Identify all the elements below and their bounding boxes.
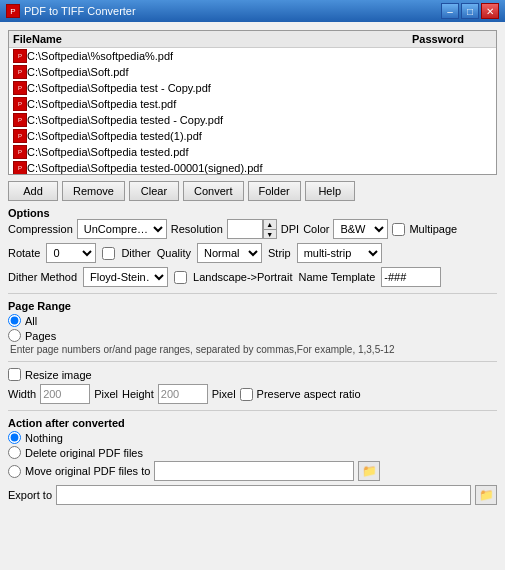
dither-label: Dither (121, 247, 150, 259)
resize-checkbox[interactable] (8, 368, 21, 381)
table-row[interactable]: PC:\Softpedia\%softpedia%.pdf (9, 48, 496, 64)
file-rows-container: PC:\Softpedia\%softpedia%.pdfPC:\Softped… (9, 48, 496, 175)
table-row[interactable]: PC:\Softpedia\Softpedia tested(1).pdf (9, 128, 496, 144)
landscape-label: Landscape->Portrait (193, 271, 292, 283)
quality-label: Quality (157, 247, 191, 259)
pdf-icon: P (13, 49, 27, 63)
name-template-input[interactable] (381, 267, 441, 287)
title-buttons: – □ ✕ (441, 3, 499, 19)
dither-method-select[interactable]: Floyd-Stein… Ordered Halftone (83, 267, 168, 287)
dpi-label: DPI (281, 223, 299, 235)
table-row[interactable]: PC:\Softpedia\Softpedia test - Copy.pdf (9, 80, 496, 96)
delete-radio-row: Delete original PDF files (8, 446, 497, 459)
export-input[interactable] (56, 485, 471, 505)
pdf-icon: P (13, 145, 27, 159)
all-radio-row: All (8, 314, 497, 327)
nothing-label: Nothing (25, 432, 63, 444)
pdf-icon: P (13, 65, 27, 79)
height-input[interactable] (158, 384, 208, 404)
options-row-2: Rotate 0 90 180 270 Dither Quality Low N… (8, 243, 497, 263)
page-range-hint: Enter page numbers or/and page ranges, s… (10, 344, 497, 355)
move-path-input[interactable] (154, 461, 354, 481)
all-label: All (25, 315, 37, 327)
move-radio[interactable] (8, 465, 21, 478)
compression-select[interactable]: UnCompre… LZW CCITT JPEG PackBits (77, 219, 167, 239)
password-column-header: Password (412, 33, 492, 45)
nothing-radio[interactable] (8, 431, 21, 444)
color-label: Color (303, 223, 329, 235)
file-path: C:\Softpedia\Softpedia tested - Copy.pdf (27, 114, 492, 126)
dither-checkbox[interactable] (102, 247, 115, 260)
delete-radio[interactable] (8, 446, 21, 459)
width-input[interactable] (40, 384, 90, 404)
rotate-select[interactable]: 0 90 180 270 (46, 243, 96, 263)
all-radio[interactable] (8, 314, 21, 327)
file-path: C:\Softpedia\Softpedia tested.pdf (27, 146, 492, 158)
pdf-icon: P (13, 81, 27, 95)
pages-radio[interactable] (8, 329, 21, 342)
move-radio-row: Move original PDF files to 📁 (8, 461, 497, 481)
export-label: Export to (8, 489, 52, 501)
file-path: C:\Softpedia\Softpedia test - Copy.pdf (27, 82, 492, 94)
resolution-label: Resolution (171, 223, 223, 235)
options-label: Options (8, 207, 50, 219)
move-folder-button[interactable]: 📁 (358, 461, 380, 481)
file-path: C:\Softpedia\Soft.pdf (27, 66, 492, 78)
help-button[interactable]: Help (305, 181, 355, 201)
minimize-button[interactable]: – (441, 3, 459, 19)
quality-select[interactable]: Low Normal High (197, 243, 262, 263)
pixel-label-1: Pixel (94, 388, 118, 400)
multipage-checkbox[interactable] (392, 223, 405, 236)
table-row[interactable]: PC:\Softpedia\Soft.pdf (9, 64, 496, 80)
dither-method-label: Dither Method (8, 271, 77, 283)
resize-label: Resize image (25, 369, 92, 381)
close-button[interactable]: ✕ (481, 3, 499, 19)
table-row[interactable]: PC:\Softpedia\Softpedia tested.pdf (9, 144, 496, 160)
table-row[interactable]: PC:\Softpedia\Softpedia tested - Copy.pd… (9, 112, 496, 128)
width-label: Width (8, 388, 36, 400)
pages-radio-row: Pages (8, 329, 497, 342)
file-path: C:\Softpedia\%softpedia%.pdf (27, 50, 492, 62)
rotate-label: Rotate (8, 247, 40, 259)
options-row-3: Dither Method Floyd-Stein… Ordered Halft… (8, 267, 497, 287)
resolution-up[interactable]: ▲ (263, 219, 277, 229)
file-list-header: FileName Password (9, 31, 496, 48)
color-select[interactable]: B&W Grayscale RGB CMYK (333, 219, 388, 239)
preserve-aspect-label: Preserve aspect ratio (257, 388, 361, 400)
title-bar: P PDF to TIFF Converter – □ ✕ (0, 0, 505, 22)
resize-section: Resize image Width Pixel Height Pixel Pr… (8, 368, 497, 404)
landscape-checkbox[interactable] (174, 271, 187, 284)
folder-button[interactable]: Folder (248, 181, 301, 201)
pages-label: Pages (25, 330, 56, 342)
file-path: C:\Softpedia\Softpedia test.pdf (27, 98, 492, 110)
options-row-1: Compression UnCompre… LZW CCITT JPEG Pac… (8, 219, 497, 239)
pixel-label-2: Pixel (212, 388, 236, 400)
convert-button[interactable]: Convert (183, 181, 244, 201)
file-path: C:\Softpedia\Softpedia tested-00001(sign… (27, 162, 492, 174)
pdf-icon: P (13, 113, 27, 127)
filename-column-header: FileName (13, 33, 412, 45)
remove-button[interactable]: Remove (62, 181, 125, 201)
options-section: Options Compression UnCompre… LZW CCITT … (8, 207, 497, 287)
strip-select[interactable]: single-strip multi-strip (297, 243, 382, 263)
table-row[interactable]: PC:\Softpedia\Softpedia test.pdf (9, 96, 496, 112)
delete-label: Delete original PDF files (25, 447, 143, 459)
export-row: Export to 📁 (8, 485, 497, 505)
height-label: Height (122, 388, 154, 400)
export-folder-button[interactable]: 📁 (475, 485, 497, 505)
table-row[interactable]: PC:\Softpedia\Softpedia tested-00001(sig… (9, 160, 496, 175)
resize-row: Width Pixel Height Pixel Preserve aspect… (8, 384, 497, 404)
app-icon: P (6, 4, 20, 18)
maximize-button[interactable]: □ (461, 3, 479, 19)
add-button[interactable]: Add (8, 181, 58, 201)
resolution-input[interactable]: 150 (227, 219, 263, 239)
preserve-aspect-checkbox[interactable] (240, 388, 253, 401)
action-section: Action after converted Nothing Delete or… (8, 417, 497, 481)
resolution-down[interactable]: ▼ (263, 229, 277, 239)
pdf-icon: P (13, 161, 27, 175)
pdf-icon: P (13, 97, 27, 111)
clear-button[interactable]: Clear (129, 181, 179, 201)
main-content: FileName Password PC:\Softpedia\%softped… (0, 22, 505, 570)
name-template-label: Name Template (298, 271, 375, 283)
pdf-icon: P (13, 129, 27, 143)
